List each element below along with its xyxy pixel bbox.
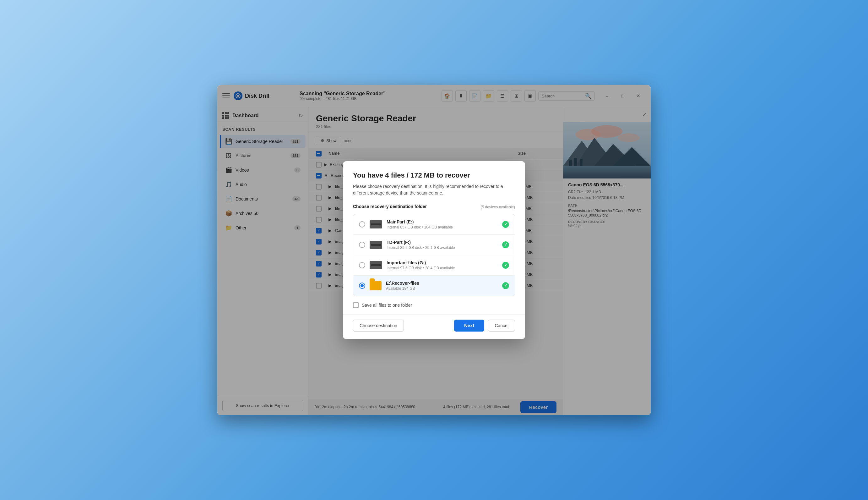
dest-item-erecoverfiles[interactable]: E:\Recover-files Available 184 GB ✓ [353,276,515,296]
dest-check-importantfiles: ✓ [502,262,509,269]
devices-available-label: (5 devices available) [481,205,515,209]
drive-icon-importantfiles [370,261,382,269]
dest-info-tdpart: TD-Part (F:) Internal 29.2 GB disk • 29.… [387,240,498,250]
dest-check-tdpart: ✓ [502,241,509,248]
cancel-button[interactable]: Cancel [488,320,515,331]
dest-radio-importantfiles[interactable] [359,262,365,269]
dest-item-importantfiles[interactable]: Important files (G:) Internal 97.6 GB di… [353,255,515,276]
destination-header: Choose recovery destination folder (5 de… [353,204,515,210]
dest-radio-erecoverfiles[interactable] [359,283,365,289]
dest-detail-tdpart: Internal 29.2 GB disk • 29.1 GB availabl… [387,246,498,250]
dest-item-mainpart[interactable]: MainPart (E:) Internal 857 GB disk • 184… [353,214,515,235]
modal-right-buttons: Next Cancel [454,320,515,331]
dest-info-erecoverfiles: E:\Recover-files Available 184 GB [386,281,498,291]
destination-list: MainPart (E:) Internal 857 GB disk • 184… [353,214,515,296]
save-all-label: Save all files to one folder [362,303,412,308]
dest-check-erecoverfiles: ✓ [502,282,509,289]
dest-name-mainpart: MainPart (E:) [387,219,498,224]
folder-icon-erecoverfiles [370,281,382,291]
choose-folder-label: Choose recovery destination folder [353,204,427,209]
next-button[interactable]: Next [454,320,484,331]
dest-detail-mainpart: Internal 857 GB disk • 184 GB available [387,225,498,229]
dest-name-importantfiles: Important files (G:) [387,260,498,265]
app-window: Disk Drill Scanning "Generic Storage Rea… [217,85,651,415]
dest-info-mainpart: MainPart (E:) Internal 857 GB disk • 184… [387,219,498,229]
save-all-row: Save all files to one folder [343,296,525,314]
modal-overlay: You have 4 files / 172 MB to recover Ple… [217,85,651,415]
modal-body: You have 4 files / 172 MB to recover Ple… [343,161,525,296]
dest-item-tdpart[interactable]: TD-Part (F:) Internal 29.2 GB disk • 29.… [353,235,515,255]
dest-radio-tdpart[interactable] [359,242,365,248]
recovery-destination-modal: You have 4 files / 172 MB to recover Ple… [343,161,525,339]
dest-detail-importantfiles: Internal 97.6 GB disk • 38.4 GB availabl… [387,266,498,270]
dest-check-mainpart: ✓ [502,221,509,228]
modal-description: Please choose recovery destination. It i… [353,183,515,196]
dest-info-importantfiles: Important files (G:) Internal 97.6 GB di… [387,260,498,270]
dest-radio-mainpart[interactable] [359,221,365,228]
choose-destination-button[interactable]: Choose destination [353,320,404,331]
dest-name-tdpart: TD-Part (F:) [387,240,498,245]
modal-footer: Choose destination Next Cancel [343,314,525,339]
modal-title: You have 4 files / 172 MB to recover [353,171,515,180]
dest-detail-erecoverfiles: Available 184 GB [386,286,498,291]
drive-icon-mainpart [370,220,382,228]
drive-icon-tdpart [370,241,382,249]
save-all-checkbox[interactable] [353,302,359,308]
dest-name-erecoverfiles: E:\Recover-files [386,281,498,286]
